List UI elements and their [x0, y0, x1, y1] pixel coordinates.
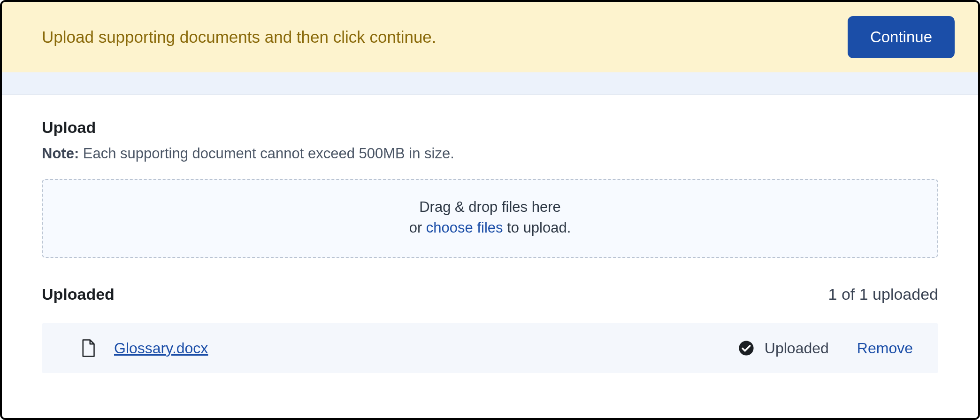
instruction-banner: Upload supporting documents and then cli…	[2, 2, 978, 72]
choose-files-link[interactable]: choose files	[426, 219, 503, 236]
file-dropzone[interactable]: Drag & drop files here or choose files t…	[42, 179, 938, 258]
file-status: Uploaded	[765, 340, 829, 357]
uploaded-count: 1 of 1 uploaded	[828, 285, 938, 303]
note-label: Note:	[42, 145, 79, 162]
svg-point-0	[739, 341, 753, 355]
banner-message: Upload supporting documents and then cli…	[42, 28, 436, 47]
document-icon	[81, 339, 95, 357]
dropzone-line1: Drag & drop files here	[52, 199, 928, 216]
uploaded-file-row: Glossary.docx Uploaded Remove	[42, 323, 938, 373]
dropzone-line2: or choose files to upload.	[52, 219, 928, 236]
uploaded-section-title: Uploaded	[42, 285, 115, 303]
remove-file-link[interactable]: Remove	[857, 340, 913, 357]
uploaded-file-name[interactable]: Glossary.docx	[114, 340, 208, 357]
continue-button[interactable]: Continue	[848, 16, 955, 58]
upload-section-title: Upload	[42, 118, 938, 137]
check-circle-icon	[738, 340, 754, 356]
upload-note: Note: Each supporting document cannot ex…	[42, 145, 938, 162]
separator-strip	[2, 72, 978, 95]
note-text: Each supporting document cannot exceed 5…	[79, 145, 454, 162]
